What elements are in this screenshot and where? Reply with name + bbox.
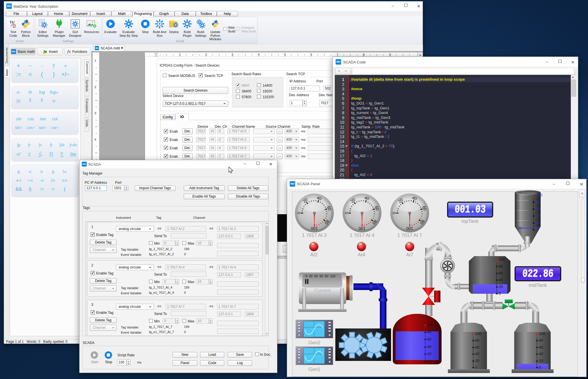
svg-text:100: 100 (359, 226, 365, 231)
svg-text:0: 0 (392, 212, 396, 214)
svg-text:100: 100 (406, 226, 413, 231)
svg-text:0: 0 (297, 212, 301, 214)
svg-text:0: 0 (344, 212, 349, 214)
svg-text:{}: {} (13, 23, 16, 28)
svg-text:100: 100 (311, 226, 318, 231)
